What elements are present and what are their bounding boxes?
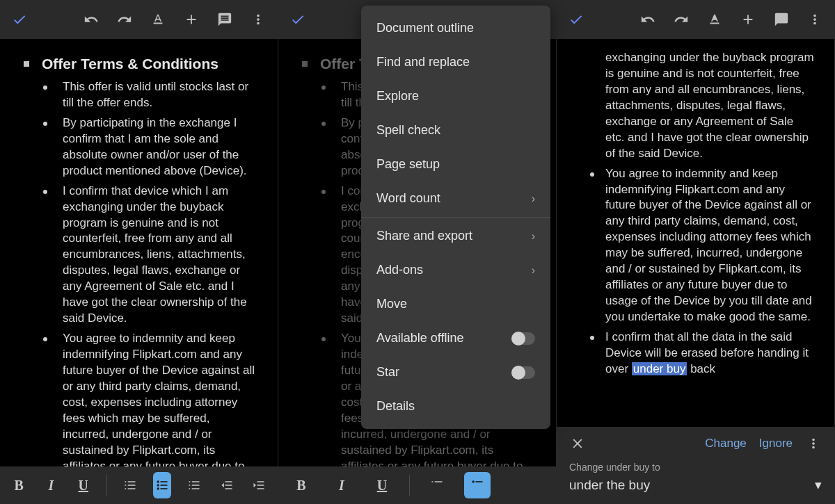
spell-ignore-button[interactable]: Ignore (759, 437, 793, 450)
outdent-button[interactable] (217, 472, 235, 498)
menu-star[interactable]: Star (361, 355, 550, 389)
overflow-menu: Document outline Find and replace Explor… (361, 6, 550, 429)
undo-icon[interactable] (639, 11, 656, 28)
indent-button[interactable] (250, 472, 268, 498)
menu-move[interactable]: Move (361, 287, 550, 321)
chevron-right-icon: › (532, 230, 535, 243)
toolbar (557, 0, 834, 39)
text-format-icon[interactable] (706, 11, 723, 28)
list-item-continuation: exchanging under the buyback program is … (576, 50, 815, 162)
spell-suggestion-dropdown[interactable]: under the buy▾ (569, 477, 822, 493)
menu-spell-check[interactable]: Spell check (361, 113, 550, 147)
menu-find-replace[interactable]: Find and replace (361, 45, 550, 79)
menu-page-setup[interactable]: Page setup (361, 147, 550, 181)
chevron-right-icon: › (532, 193, 535, 205)
toggle-switch[interactable] (511, 332, 535, 345)
list-item: You agree to indemnity and keep indemnif… (590, 166, 815, 325)
svg-point-1 (157, 484, 159, 486)
bold-button[interactable]: B (288, 472, 315, 498)
more-icon[interactable] (250, 11, 267, 28)
chevron-down-icon: ▾ (815, 477, 822, 493)
underline-button[interactable]: U (74, 472, 93, 498)
format-bar: B I U (0, 466, 278, 504)
toolbar (0, 0, 278, 39)
spell-change-button[interactable]: Change (705, 437, 747, 450)
italic-button[interactable]: I (42, 472, 60, 498)
page-heading: Offer Terms & Conditions (19, 56, 258, 72)
chevron-right-icon: › (532, 264, 535, 277)
numbered-list-button[interactable] (185, 472, 203, 498)
done-icon[interactable] (568, 11, 584, 28)
spell-highlight[interactable]: under buy (632, 362, 687, 375)
list-item: This offer is valid until stocks last or… (43, 79, 258, 111)
checklist-button[interactable] (121, 472, 139, 498)
menu-details[interactable]: Details (361, 389, 550, 423)
comment-icon[interactable] (773, 11, 790, 28)
close-icon[interactable] (569, 435, 586, 452)
done-icon[interactable] (289, 11, 306, 28)
checklist-button[interactable] (424, 472, 450, 498)
undo-icon[interactable] (83, 11, 100, 28)
text-format-icon[interactable] (150, 11, 166, 28)
italic-button[interactable]: I (328, 472, 355, 498)
spellcheck-panel: Change Ignore Change under buy to under … (557, 427, 834, 504)
list-item: I confirm that all the data in the said … (590, 330, 815, 377)
svg-point-3 (472, 480, 475, 482)
done-icon[interactable] (11, 11, 28, 28)
list-item: By participating in the exchange I confi… (43, 115, 258, 179)
bulleted-list-button[interactable] (464, 472, 491, 498)
menu-available-offline[interactable]: Available offline (361, 321, 550, 355)
add-icon[interactable] (740, 11, 756, 28)
menu-word-count[interactable]: Word count› (361, 181, 550, 216)
redo-icon[interactable] (116, 11, 133, 28)
comment-icon[interactable] (216, 11, 233, 28)
menu-share-export[interactable]: Share and export› (361, 219, 550, 253)
underline-button[interactable]: U (369, 472, 395, 498)
svg-point-0 (157, 480, 159, 482)
list-item: I confirm that device which I am exchang… (43, 184, 258, 327)
svg-point-2 (157, 487, 159, 489)
document-body[interactable]: Offer Terms & Conditions This offer is v… (0, 39, 278, 504)
redo-icon[interactable] (673, 11, 690, 28)
bulleted-list-button[interactable] (153, 472, 171, 498)
menu-document-outline[interactable]: Document outline (361, 11, 550, 45)
toggle-switch[interactable] (511, 366, 535, 379)
more-icon[interactable] (805, 435, 822, 452)
more-icon[interactable] (806, 11, 823, 28)
bold-button[interactable]: B (10, 472, 28, 498)
spell-label: Change under buy to (569, 462, 822, 473)
menu-explore[interactable]: Explore (361, 79, 550, 113)
format-bar: B I U (278, 466, 556, 504)
menu-add-ons[interactable]: Add-ons› (361, 253, 550, 287)
add-icon[interactable] (183, 11, 200, 28)
